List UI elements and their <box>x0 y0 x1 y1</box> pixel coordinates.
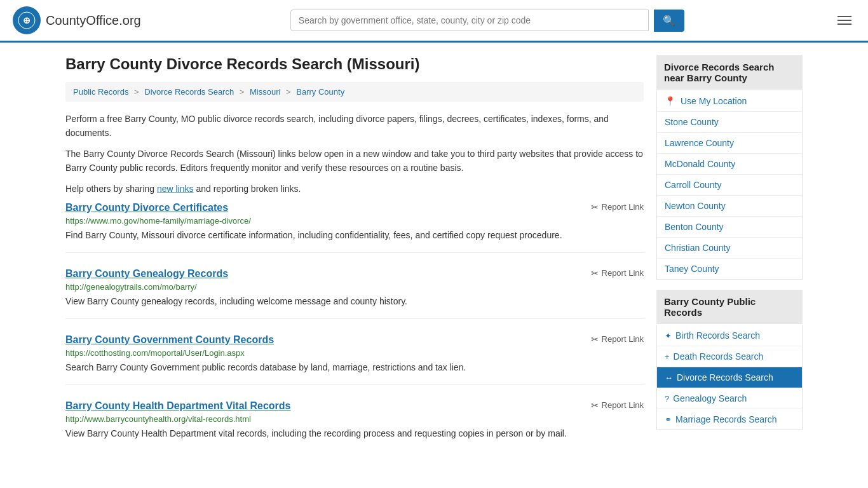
breadcrumb-barry-county[interactable]: Barry County <box>296 87 344 97</box>
nearby-section-title: Divorce Records Search near Barry County <box>656 55 803 90</box>
report-label: Report Link <box>602 334 644 344</box>
public-record-link-4[interactable]: ⚭Marriage Records Search <box>665 414 777 424</box>
menu-button[interactable] <box>834 12 855 29</box>
nearby-county-item: Taney County <box>657 259 802 279</box>
search-button[interactable]: 🔍 <box>654 10 684 32</box>
menu-icon-line3 <box>837 24 851 25</box>
nearby-county-link-1[interactable]: Lawrence County <box>665 138 734 148</box>
public-record-icon-2: ↔ <box>665 373 673 383</box>
description-1: Perform a free Barry County, MO public d… <box>65 112 644 140</box>
description-3: Help others by sharing new links and rep… <box>65 182 644 196</box>
search-input[interactable] <box>290 10 649 31</box>
breadcrumb: Public Records > Divorce Records Search … <box>65 82 644 102</box>
result-title-2[interactable]: Barry County Government County Records <box>65 334 274 346</box>
report-label: Report Link <box>602 268 644 278</box>
result-title-1[interactable]: Barry County Genealogy Records <box>65 268 228 280</box>
use-my-location-item: 📍 Use My Location <box>656 91 803 112</box>
public-records-section: Barry County Public Records ✦Birth Recor… <box>656 290 803 430</box>
nearby-county-link-7[interactable]: Taney County <box>665 264 719 274</box>
main-container: Barry County Divorce Records Search (Mis… <box>53 43 815 478</box>
report-icon: ✂ <box>591 202 599 212</box>
result-url-3: http://www.barrycountyhealth.org/vital-r… <box>65 414 644 424</box>
result-url-1: http://genealogytrails.com/mo/barry/ <box>65 282 644 292</box>
result-header: Barry County Divorce Certificates ✂ Repo… <box>65 202 644 214</box>
nearby-county-link-3[interactable]: Carroll County <box>665 180 721 190</box>
desc3-prefix: Help others by sharing <box>65 184 157 194</box>
desc3-suffix: and reporting broken links. <box>194 184 301 194</box>
logo-text: CountyOffice.org <box>46 13 141 28</box>
report-icon: ✂ <box>591 334 599 344</box>
nearby-county-link-0[interactable]: Stone County <box>665 117 719 127</box>
public-record-icon-4: ⚭ <box>665 415 672 424</box>
public-record-link-1[interactable]: +Death Records Search <box>665 351 763 362</box>
logo-icon: ⊕ <box>13 6 41 34</box>
result-item: Barry County Genealogy Records ✂ Report … <box>65 268 644 319</box>
logo-name: CountyOffice <box>46 13 119 27</box>
nearby-county-link-2[interactable]: McDonald County <box>665 159 735 169</box>
result-header: Barry County Government County Records ✂… <box>65 334 644 346</box>
public-record-icon-0: ✦ <box>665 331 672 341</box>
nearby-county-item: Carroll County <box>657 175 802 196</box>
public-record-item: ↔Divorce Records Search <box>657 367 802 388</box>
result-item: Barry County Government County Records ✂… <box>65 334 644 385</box>
menu-icon-line1 <box>837 16 851 17</box>
public-record-item: ✦Birth Records Search <box>657 325 802 346</box>
public-record-item: +Death Records Search <box>657 346 802 367</box>
logo-area: ⊕ CountyOffice.org <box>13 6 141 34</box>
public-record-icon-3: ? <box>665 394 669 403</box>
search-icon: 🔍 <box>663 15 675 26</box>
public-record-item: ⚭Marriage Records Search <box>657 409 802 430</box>
result-item: Barry County Divorce Certificates ✂ Repo… <box>65 202 644 253</box>
result-url-2: https://cotthosting.com/moportal/User/Lo… <box>65 348 644 358</box>
nearby-county-link-6[interactable]: Christian County <box>665 243 731 253</box>
public-record-link-0[interactable]: ✦Birth Records Search <box>665 330 760 341</box>
public-record-link-2[interactable]: ↔Divorce Records Search <box>665 372 773 383</box>
nearby-county-list: Stone CountyLawrence CountyMcDonald Coun… <box>656 112 803 280</box>
result-title-3[interactable]: Barry County Health Department Vital Rec… <box>65 400 290 412</box>
result-desc-0: Find Barry County, Missouri divorce cert… <box>65 229 644 242</box>
nearby-county-item: Stone County <box>657 112 802 133</box>
public-record-item: ?Genealogy Search <box>657 388 802 409</box>
nearby-county-item: Benton County <box>657 217 802 238</box>
use-my-location-link[interactable]: Use My Location <box>681 96 747 106</box>
report-link-2[interactable]: ✂ Report Link <box>591 334 644 344</box>
report-label: Report Link <box>602 202 644 212</box>
result-desc-1: View Barry County genealogy records, inc… <box>65 295 644 308</box>
result-desc-3: View Barry County Health Department vita… <box>65 427 644 440</box>
sidebar: Divorce Records Search near Barry County… <box>656 55 803 466</box>
nearby-section: Divorce Records Search near Barry County… <box>656 55 803 280</box>
result-desc-2: Search Barry County Government public re… <box>65 361 644 374</box>
result-url-0: https://www.mo.gov/home-family/marriage-… <box>65 216 644 226</box>
nearby-county-item: Christian County <box>657 238 802 259</box>
public-record-link-3[interactable]: ?Genealogy Search <box>665 393 747 403</box>
site-header: ⊕ CountyOffice.org 🔍 <box>0 0 868 43</box>
description-2: The Barry County Divorce Records Search … <box>65 147 644 175</box>
report-link-1[interactable]: ✂ Report Link <box>591 268 644 278</box>
breadcrumb-missouri[interactable]: Missouri <box>250 87 280 97</box>
breadcrumb-public-records[interactable]: Public Records <box>73 87 128 97</box>
menu-icon-line2 <box>837 20 851 21</box>
nearby-county-item: McDonald County <box>657 154 802 175</box>
result-header: Barry County Health Department Vital Rec… <box>65 400 644 412</box>
report-icon: ✂ <box>591 400 599 410</box>
nearby-county-item: Lawrence County <box>657 133 802 154</box>
report-link-3[interactable]: ✂ Report Link <box>591 400 644 410</box>
report-icon: ✂ <box>591 268 599 278</box>
report-link-0[interactable]: ✂ Report Link <box>591 202 644 212</box>
content-area: Barry County Divorce Records Search (Mis… <box>65 55 644 466</box>
location-icon: 📍 <box>665 96 675 106</box>
breadcrumb-divorce-records[interactable]: Divorce Records Search <box>144 87 234 97</box>
result-title-0[interactable]: Barry County Divorce Certificates <box>65 202 228 214</box>
new-links-link[interactable]: new links <box>157 184 194 194</box>
public-records-title: Barry County Public Records <box>656 290 803 324</box>
result-header: Barry County Genealogy Records ✂ Report … <box>65 268 644 280</box>
logo-suffix: .org <box>119 13 140 27</box>
page-title: Barry County Divorce Records Search (Mis… <box>65 55 644 73</box>
nearby-county-item: Newton County <box>657 196 802 217</box>
nearby-county-link-4[interactable]: Newton County <box>665 201 726 211</box>
result-item: Barry County Health Department Vital Rec… <box>65 400 644 451</box>
results-container: Barry County Divorce Certificates ✂ Repo… <box>65 202 644 451</box>
search-area: 🔍 <box>290 10 684 32</box>
nearby-county-link-5[interactable]: Benton County <box>665 222 724 232</box>
public-records-list: ✦Birth Records Search +Death Records Sea… <box>656 325 803 430</box>
